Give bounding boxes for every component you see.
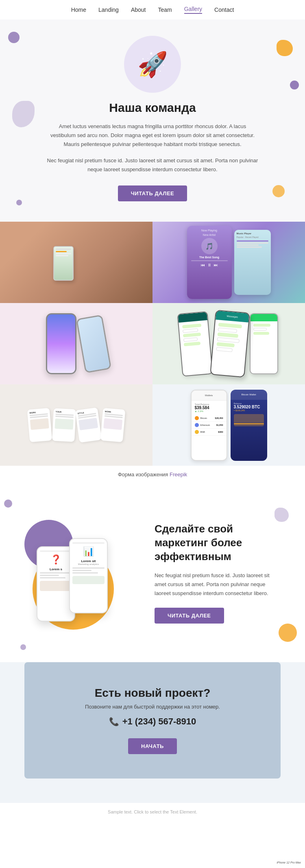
cta-subtitle: Позвоните нам для быстрой поддержки на э… (57, 704, 248, 710)
coin-val-bnb: $380 (218, 431, 223, 433)
coin-name-btc: Bitcoin (200, 417, 215, 419)
music-card-main: Now Playing New Artist 🎵 The Best Song ⏮… (187, 226, 232, 299)
phone-icon: 📞 (109, 717, 119, 726)
hero-read-more-button[interactable]: ЧИТАТЬ ДАЛЕЕ (118, 185, 187, 201)
wallet2-body: Balance 3.529020 BTC ≈ $100,245 (231, 400, 267, 429)
phone-right-bar3 (72, 572, 98, 574)
hero-avatar-circle: 🚀 (124, 36, 181, 93)
btc-icon (195, 416, 199, 420)
phone-right-sublabel: Marketing analytics (72, 563, 105, 566)
cta-section: Есть новый проект? Позвоните нам для быс… (24, 662, 281, 779)
blob-bot-left (16, 200, 22, 205)
gallery-cell-2[interactable]: Now Playing New Artist 🎵 The Best Song ⏮… (152, 222, 305, 303)
nav-home[interactable]: Home (71, 7, 86, 13)
coin-val-eth: $1,850 (216, 424, 223, 426)
phone-in-hand (53, 246, 74, 281)
gallery-cell-4[interactable]: Messages (152, 303, 305, 384)
wallet-phone-2: Bitcoin Wallet Balance 3.529020 BTC ≈ $1… (231, 390, 267, 461)
marketing-read-more-button[interactable]: ЧИТАТЬ ДАЛЕЕ (155, 608, 224, 624)
blob-mid-left (12, 101, 35, 127)
gallery-cell-6[interactable]: Wallets Total Balance $39.584 ▲ 2.3% Bit… (152, 384, 305, 466)
nav-landing[interactable]: Landing (98, 7, 119, 13)
blob-bot-right (272, 185, 285, 197)
gallery-cell-3[interactable]: iPhone 12 Pro Max (0, 303, 152, 384)
wallet2-chart (234, 414, 264, 426)
wallet-top-bar: Wallets (192, 390, 227, 401)
card-item-4: WORK (100, 408, 126, 442)
blob-mid-right (290, 81, 299, 89)
hero-section: 🚀 Наша команда Amet luctus venenatis lec… (0, 20, 305, 222)
coin-row-bnb: BNB $380 (192, 429, 227, 436)
marketing-phone-right: 📊 Lorem sit Marketing analytics (69, 538, 108, 613)
phone-right-screen: 📊 Lorem sit Marketing analytics (70, 539, 107, 613)
freepik-link[interactable]: Freepik (170, 471, 187, 478)
marketing-title: Сделайте свой маркетинг более эффективны… (155, 522, 281, 563)
marketing-section: ❓ Lorem s 📊 Lorem sit Marketing analytic… (0, 483, 305, 662)
hero-title: Наша команда (24, 101, 281, 115)
nav-gallery[interactable]: Gallery (184, 6, 202, 14)
bnb-icon (195, 430, 199, 434)
phone-right-icon: 📊 (72, 546, 105, 557)
wallet-phone-1: Wallets Total Balance $39.584 ▲ 2.3% Bit… (191, 390, 227, 461)
music-player-mock: Now Playing New Artist 🎵 The Best Song ⏮… (183, 222, 275, 303)
balance-sub: ▲ 2.3% (195, 410, 223, 412)
wallets-label: Wallets (205, 394, 213, 397)
bitcoin-wallet-label: Bitcoin Wallet (241, 393, 256, 396)
chat-phones-wrap: Messages (152, 303, 305, 384)
card-item-2: YOUR (52, 408, 76, 442)
gallery-cell-1[interactable] (0, 222, 152, 303)
cta-start-button[interactable]: НАЧАТЬ (128, 738, 177, 754)
mkt-blob-tl (4, 499, 12, 508)
music-disc: 🎵 (201, 238, 218, 254)
wallet-mock-wrap: Wallets Total Balance $39.584 ▲ 2.3% Bit… (152, 384, 305, 466)
iphone-front (46, 313, 76, 374)
iphone-back (76, 314, 111, 373)
eth-icon (195, 423, 199, 427)
wallet2-chart-line (234, 423, 264, 424)
phone-left-bar2 (40, 575, 59, 576)
mkt-blob-tr (274, 508, 289, 522)
footer: Sample text. Click to select the Text El… (0, 803, 305, 821)
music-wave-icon: 🎵 (205, 242, 214, 250)
prev-icon[interactable]: ⏮ (201, 263, 205, 267)
wallet2-top-bar: Bitcoin Wallet (231, 390, 267, 400)
nav-about[interactable]: About (131, 7, 146, 13)
coin-name-bnb: BNB (200, 431, 218, 433)
music-now-playing: Now Playing (190, 229, 229, 232)
nav-contact[interactable]: Contact (214, 7, 234, 13)
music-card-list: Music Player Popular · Recent Played (234, 230, 271, 295)
caption-text: Форма изображения (118, 471, 170, 478)
play-icon[interactable]: ⏸ (207, 263, 211, 267)
marketing-content: Сделайте свой маркетинг более эффективны… (155, 522, 281, 624)
gallery-caption: Форма изображения Freepik (0, 466, 305, 483)
coin-row-btc: Bitcoin $28,450 (192, 415, 227, 422)
gallery-inner-2: Now Playing New Artist 🎵 The Best Song ⏮… (152, 222, 305, 303)
phone-left-bar1 (40, 572, 72, 574)
wallet2-btc-value: 3.529020 BTC (234, 405, 264, 409)
card-item-1: WORK (27, 408, 52, 442)
music-new-artist: New Artist (190, 233, 229, 236)
chat-phone-2: Messages (210, 310, 250, 378)
phone-right-bar1 (72, 567, 105, 569)
nav-team[interactable]: Team (158, 7, 172, 13)
gallery-section: Now Playing New Artist 🎵 The Best Song ⏮… (0, 222, 305, 483)
balance-value: $39.584 (195, 406, 223, 410)
coin-row-eth: Ethereum $1,850 (192, 422, 227, 429)
hero-paragraph2: Nec feugiat nisl pretium fusce id. Justo… (47, 156, 258, 174)
marketing-text: Nec feugiat nisl pretium fusce id. Justo… (155, 571, 281, 598)
hero-avatar-wrap: 🚀 (124, 36, 181, 93)
hero-paragraph1: Amet luctus venenatis lectus magna fring… (47, 122, 258, 149)
chat-phone-3 (250, 313, 278, 374)
phone-left-topbar (40, 550, 72, 552)
phone-left-bar3 (40, 577, 65, 578)
mkt-blob-bl (20, 644, 26, 650)
phone-right-label: Lorem sit (72, 559, 105, 563)
cta-phone-text: +1 (234) 567-8910 (122, 716, 196, 727)
next-icon[interactable]: ⏭ (214, 263, 218, 267)
gallery-cell-5[interactable]: WORK YOUR STYLE (0, 384, 152, 466)
marketing-phones: ❓ Lorem s 📊 Lorem sit Marketing analytic… (24, 512, 138, 634)
card-item-3: STYLE (75, 408, 102, 443)
mkt-blob-br (279, 624, 297, 642)
blob-top-left (8, 32, 20, 43)
rocket-illustration: 🚀 (137, 50, 168, 79)
